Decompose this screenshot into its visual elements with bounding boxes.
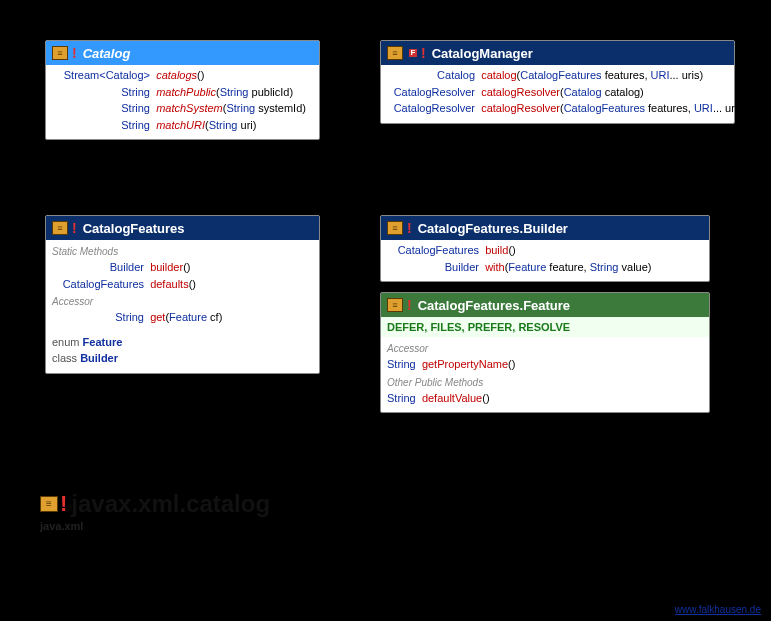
- package-title: ≡ ! javax.xml.catalog: [40, 490, 270, 518]
- section-accessor: Accessor: [387, 341, 703, 356]
- nested-row: class Builder: [52, 350, 313, 367]
- class-icon: ≡: [387, 221, 403, 235]
- package-module: java.xml: [40, 520, 270, 532]
- class-header: ≡ ! Catalog: [46, 41, 319, 65]
- class-header: ≡ F ! CatalogManager: [381, 41, 734, 65]
- bang-icon: !: [407, 220, 412, 236]
- section-accessor: Accessor: [52, 294, 313, 309]
- method-row: String matchSystem(String systemId): [52, 100, 313, 117]
- method-row: CatalogResolver catalogResolver(CatalogF…: [387, 100, 728, 117]
- class-catalog-features: ≡ ! CatalogFeatures Static Methods Build…: [45, 215, 320, 374]
- class-header: ≡ ! CatalogFeatures: [46, 216, 319, 240]
- package-name: javax.xml.catalog: [71, 490, 270, 518]
- class-catalog-manager: ≡ F ! CatalogManager Catalog catalog(Cat…: [380, 40, 735, 124]
- method-row: Builder with(Feature feature, String val…: [387, 259, 703, 276]
- method-row: String matchPublic(String publicId): [52, 84, 313, 101]
- class-name: CatalogFeatures.Feature: [418, 298, 570, 313]
- bang-icon: !: [72, 220, 77, 236]
- bang-icon: !: [60, 491, 67, 517]
- members: Stream<Catalog> catalogs() String matchP…: [46, 65, 319, 139]
- method-row: Builder builder(): [52, 259, 313, 276]
- class-icon: ≡: [387, 298, 403, 312]
- class-icon: ≡: [387, 46, 403, 60]
- class-catalog-features-feature: ≡ ! CatalogFeatures.Feature DEFER, FILES…: [380, 292, 710, 413]
- section-static: Static Methods: [52, 244, 313, 259]
- method-row: CatalogResolver catalogResolver(Catalog …: [387, 84, 728, 101]
- class-icon: ≡: [52, 46, 68, 60]
- package-box: ≡ ! javax.xml.catalog java.xml: [40, 490, 270, 532]
- bang-icon: !: [72, 45, 77, 61]
- class-name: CatalogManager: [432, 46, 533, 61]
- members: Accessor String getPropertyName() Other …: [381, 337, 709, 412]
- class-name: CatalogFeatures: [83, 221, 185, 236]
- members: Catalog catalog(CatalogFeatures features…: [381, 65, 734, 123]
- nested-row: enum Feature: [52, 334, 313, 351]
- class-name: CatalogFeatures.Builder: [418, 221, 568, 236]
- method-row: String matchURI(String uri): [52, 117, 313, 134]
- enum-constants: DEFER, FILES, PREFER, RESOLVE: [381, 317, 709, 337]
- section-other: Other Public Methods: [387, 375, 703, 390]
- final-mark-icon: F: [409, 49, 417, 57]
- method-row: Catalog catalog(CatalogFeatures features…: [387, 67, 728, 84]
- class-catalog-features-builder: ≡ ! CatalogFeatures.Builder CatalogFeatu…: [380, 215, 710, 282]
- class-header: ≡ ! CatalogFeatures.Builder: [381, 216, 709, 240]
- method-row: CatalogFeatures defaults(): [52, 276, 313, 293]
- watermark-link[interactable]: www.falkhausen.de: [675, 604, 761, 615]
- bang-icon: !: [421, 45, 426, 61]
- members: Static Methods Builder builder() Catalog…: [46, 240, 319, 373]
- method-row: CatalogFeatures build(): [387, 242, 703, 259]
- method-row: String get(Feature cf): [52, 309, 313, 326]
- class-name: Catalog: [83, 46, 131, 61]
- class-header: ≡ ! CatalogFeatures.Feature: [381, 293, 709, 317]
- package-icon: ≡: [40, 496, 58, 512]
- class-icon: ≡: [52, 221, 68, 235]
- method-row: String defaultValue(): [387, 390, 703, 407]
- members: CatalogFeatures build() Builder with(Fea…: [381, 240, 709, 281]
- method-row: String getPropertyName(): [387, 356, 703, 373]
- class-catalog: ≡ ! Catalog Stream<Catalog> catalogs() S…: [45, 40, 320, 140]
- method-row: Stream<Catalog> catalogs(): [52, 67, 313, 84]
- bang-icon: !: [407, 297, 412, 313]
